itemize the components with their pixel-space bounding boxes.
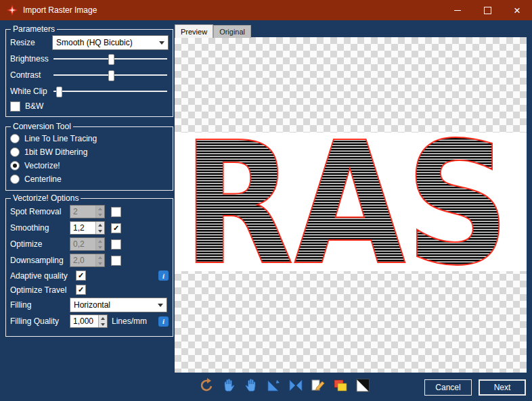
parameters-group-title: Parameters (11, 24, 57, 34)
preview-canvas: RAS (175, 37, 527, 373)
chevron-down-icon (158, 304, 163, 307)
filling-select[interactable]: Horizontal (70, 298, 167, 312)
conversion-tool-group: Conversion Tool Line To Line Tracing 1bi… (5, 122, 173, 191)
radio-vectorize[interactable]: Vectorize! (10, 159, 169, 172)
downsampling-checkbox[interactable] (111, 256, 121, 266)
white-clip-slider[interactable] (52, 85, 169, 97)
smoothing-spinner[interactable]: 1,2 (70, 221, 105, 235)
filling-label: Filling (10, 300, 70, 310)
adaptive-quality-checkbox[interactable] (76, 270, 86, 281)
radio-label: Vectorize! (24, 161, 60, 170)
spin-down-icon (95, 212, 104, 218)
spinner-arrows (95, 254, 104, 266)
title-bar: Import Raster Image × (0, 0, 532, 20)
optimize-checkbox[interactable] (111, 239, 121, 250)
bw-row: B&W (10, 99, 169, 113)
smoothing-checkbox[interactable] (111, 223, 121, 233)
parameters-group: Parameters Resize Smooth (HQ Bicubic) Br… (5, 24, 173, 117)
minimize-button[interactable] (443, 0, 472, 20)
brightness-slider[interactable] (52, 53, 169, 65)
info-icon[interactable]: i (158, 316, 169, 327)
radio-centerline[interactable]: Centerline (10, 172, 169, 186)
resize-select[interactable]: Smooth (HQ Bicubic) (52, 35, 169, 50)
contrast-slider[interactable] (52, 69, 169, 81)
spot-removal-checkbox[interactable] (111, 207, 121, 217)
close-button[interactable]: × (502, 0, 532, 20)
bw-checkbox[interactable] (10, 101, 20, 112)
tab-preview[interactable]: Preview (175, 24, 213, 38)
optimize-travel-checkbox[interactable] (76, 285, 86, 295)
spin-up-icon[interactable] (95, 222, 104, 228)
spinner-arrows[interactable] (95, 222, 104, 234)
mirror-icon (288, 377, 304, 394)
smoothing-row: Smoothing 1,2 (10, 220, 169, 236)
tab-original[interactable]: Original (213, 25, 251, 38)
image-toolbar (198, 377, 372, 394)
downsampling-value: 2,0 (70, 254, 95, 266)
app-icon (7, 5, 18, 16)
filling-quality-label: Filling Quality (10, 316, 70, 326)
next-button[interactable]: Next (479, 379, 526, 396)
invert-colors-button[interactable] (354, 377, 372, 394)
resize-value: Smooth (HQ Bicubic) (56, 38, 133, 47)
brightness-label: Brightness (10, 54, 52, 64)
filling-quality-value: 1,000 (70, 315, 98, 327)
window-controls: × (443, 0, 532, 20)
white-clip-label: White Clip (10, 87, 52, 96)
hand-tool-icon (221, 377, 237, 394)
rotate-button[interactable] (198, 377, 215, 394)
spin-down-icon[interactable] (98, 321, 107, 327)
radio-line-to-line[interactable]: Line To Line Tracing (10, 132, 169, 145)
filling-value: Horizontal (74, 300, 110, 310)
info-icon[interactable]: i (158, 270, 169, 281)
spinner-arrows (95, 206, 104, 218)
import-raster-dialog: Import Raster Image × Parameters Resize … (0, 0, 532, 401)
edit-image-icon (310, 377, 326, 394)
downsampling-spinner: 2,0 (70, 254, 105, 267)
slider-thumb[interactable] (108, 54, 114, 65)
hand-tool-button[interactable] (220, 377, 238, 394)
radio-1bit-dithering[interactable]: 1bit BW Dithering (10, 145, 169, 159)
edit-image-button[interactable] (309, 377, 327, 394)
maximize-button[interactable] (472, 0, 502, 20)
spin-up-icon[interactable] (98, 315, 107, 321)
mirror-button[interactable] (287, 377, 305, 394)
optimize-travel-label: Optimize Travel (10, 285, 76, 295)
close-icon: × (514, 5, 520, 16)
spin-down-icon (95, 244, 104, 250)
slider-track (53, 91, 167, 92)
radio-label: Line To Line Tracing (24, 134, 97, 143)
adaptive-quality-row: Adaptive quality i (10, 268, 169, 283)
spin-down-icon[interactable] (95, 228, 104, 234)
minimize-icon (454, 10, 461, 11)
radio-icon (10, 174, 20, 184)
contrast-row: Contrast (10, 67, 169, 83)
cancel-button[interactable]: Cancel (424, 379, 472, 396)
preview-image-text: RAS (183, 133, 510, 271)
radio-label: Centerline (24, 174, 62, 184)
spinner-arrows[interactable] (98, 315, 107, 327)
maximize-icon (484, 7, 491, 14)
flip-horizontal-button[interactable] (265, 377, 282, 394)
raster-image-band: RAS (175, 133, 527, 271)
filling-row: Filling Horizontal (10, 297, 169, 313)
spin-down-icon (95, 260, 104, 266)
raster-image: RAS (175, 133, 527, 271)
vectorize-options-title: Vectorize! Options (11, 193, 81, 203)
slider-thumb[interactable] (108, 70, 114, 81)
color-palette-button[interactable] (332, 377, 349, 394)
radio-label: 1bit BW Dithering (24, 147, 87, 157)
optimize-value: 0,2 (70, 238, 95, 250)
downsampling-row: Downsampling 2,0 (10, 252, 169, 268)
rotate-icon (198, 377, 215, 394)
bw-label: B&W (25, 101, 43, 111)
hand-tool-2-button[interactable] (242, 377, 260, 394)
slider-thumb[interactable] (56, 87, 62, 97)
color-palette-icon (332, 377, 349, 394)
preview-tabs: Preview Original (175, 24, 251, 38)
spinner-arrows (95, 238, 104, 250)
lines-per-mm-label: Lines/mm (112, 316, 147, 326)
filling-quality-spinner[interactable]: 1,000 (70, 314, 108, 328)
vectorize-options-group: Vectorize! Options Spot Removal 2 Smooth… (5, 193, 173, 337)
optimize-label: Optimize (10, 239, 70, 249)
